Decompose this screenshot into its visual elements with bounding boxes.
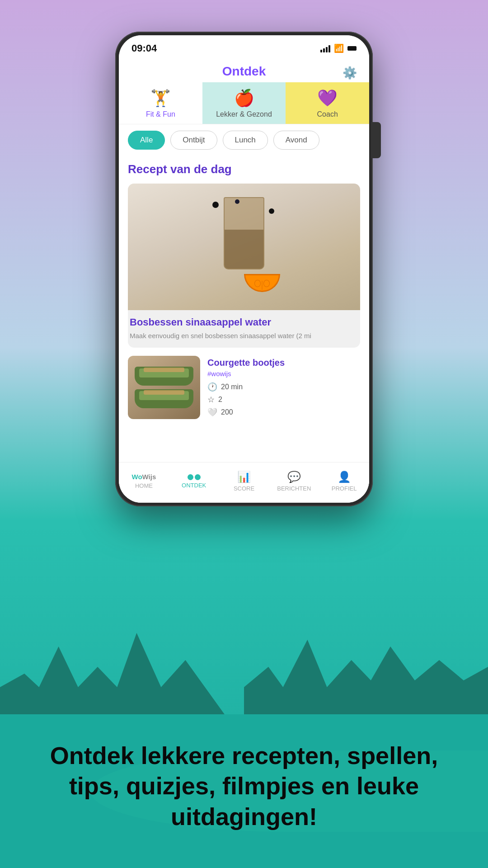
nav-berichten[interactable]: 💬 BERICHTEN bbox=[269, 467, 319, 495]
filter-lunch[interactable]: Lunch bbox=[223, 131, 268, 150]
tab-coach[interactable]: 💜 Coach bbox=[286, 82, 369, 124]
signal-icon bbox=[320, 44, 330, 52]
app-header: Ontdek ⚙️ bbox=[119, 59, 369, 82]
category-tabs: 🏋️ Fit & Fun 🍎 Lekker & Gezond 💜 Coach bbox=[119, 82, 369, 124]
berichten-icon: 💬 bbox=[287, 471, 301, 483]
nav-home-label: HOME bbox=[135, 482, 153, 489]
filter-ontbijt[interactable]: Ontbijt bbox=[170, 131, 217, 150]
clock-icon: 🕐 bbox=[207, 382, 217, 392]
nav-berichten-label: BERICHTEN bbox=[277, 485, 311, 492]
recipe-servings-value: 2 bbox=[218, 396, 222, 404]
nav-home[interactable]: WoWijs HOME bbox=[119, 467, 169, 495]
phone-screen: 09:04 📶 Ontdek bbox=[119, 35, 369, 503]
battery-icon bbox=[347, 46, 357, 51]
tagline-text: Ontdek lekkere recepten, spellen, tips, … bbox=[27, 741, 461, 832]
status-time: 09:04 bbox=[131, 42, 157, 54]
wowijs-logo: WoWijs bbox=[132, 473, 156, 481]
nav-profiel[interactable]: 👤 PROFIEL bbox=[319, 467, 369, 495]
main-recipe-image bbox=[128, 184, 360, 310]
phone-frame: 09:04 📶 Ontdek bbox=[115, 32, 373, 506]
nav-score-label: SCORE bbox=[234, 485, 254, 492]
app-content: Ontdek ⚙️ 🏋️ Fit & Fun 🍎 Lekker & Gezond bbox=[119, 59, 369, 503]
profiel-icon: 👤 bbox=[338, 471, 351, 483]
phone-wrapper: 09:04 📶 Ontdek bbox=[115, 32, 373, 506]
coach-icon: 💜 bbox=[317, 89, 338, 108]
recipe-servings: ☆ 2 bbox=[207, 395, 360, 405]
nav-ontdek-label: ONTDEK bbox=[182, 482, 206, 489]
star-icon: ☆ bbox=[207, 395, 215, 405]
filter-alle[interactable]: Alle bbox=[128, 131, 165, 150]
filter-avond[interactable]: Avond bbox=[273, 131, 319, 150]
bottom-nav: WoWijs HOME ONTDEK 📊 SCORE bbox=[119, 462, 369, 503]
small-recipe-tag: #wowijs bbox=[207, 370, 360, 377]
circles-icon bbox=[188, 474, 201, 480]
tab-fit-fun[interactable]: 🏋️ Fit & Fun bbox=[119, 82, 202, 124]
status-icons: 📶 bbox=[320, 43, 357, 53]
settings-button[interactable]: ⚙️ bbox=[341, 64, 358, 81]
fitfun-label: Fit & Fun bbox=[146, 110, 175, 118]
nav-score[interactable]: 📊 SCORE bbox=[219, 467, 269, 495]
pill-filters: Alle Ontbijt Lunch Avond bbox=[119, 124, 369, 156]
scroll-area: Recept van de dag bbox=[119, 156, 369, 462]
score-icon: 📊 bbox=[237, 471, 251, 483]
lekkergezond-label: Lekker & Gezond bbox=[216, 110, 272, 118]
recipe-likes: 🤍 200 bbox=[207, 407, 360, 417]
tab-lekker-gezond[interactable]: 🍎 Lekker & Gezond bbox=[202, 82, 286, 124]
nav-profiel-label: PROFIEL bbox=[332, 485, 357, 492]
small-recipe-card[interactable]: Courgette bootjes #wowijs 🕐 20 min ☆ 2 bbox=[128, 356, 360, 420]
drink-illustration bbox=[199, 197, 289, 297]
main-recipe-card[interactable]: Bosbessen sinaasappel water Maak eenvoud… bbox=[128, 184, 360, 348]
heart-icon: 🤍 bbox=[207, 407, 217, 417]
bottom-tagline: Ontdek lekkere recepten, spellen, tips, … bbox=[0, 741, 488, 832]
recipe-likes-value: 200 bbox=[221, 408, 233, 416]
recipe-time: 🕐 20 min bbox=[207, 382, 360, 392]
main-recipe-title: Bosbessen sinaasappel water bbox=[130, 310, 358, 331]
nav-ontdek[interactable]: ONTDEK bbox=[169, 467, 219, 495]
recipe-time-value: 20 min bbox=[221, 383, 243, 391]
coach-label: Coach bbox=[317, 110, 338, 118]
camera-bump bbox=[371, 122, 381, 158]
small-recipe-title: Courgette bootjes bbox=[207, 358, 360, 368]
page-title: Ontdek bbox=[222, 64, 266, 79]
fitfun-icon: 🏋️ bbox=[150, 89, 171, 108]
lekkergezond-icon: 🍎 bbox=[234, 89, 254, 108]
main-recipe-desc: Maak eenvoudig en snel bosbessen sinaasa… bbox=[130, 331, 358, 341]
small-recipe-image bbox=[128, 356, 200, 419]
status-bar: 09:04 📶 bbox=[119, 35, 369, 59]
settings-icon: ⚙️ bbox=[343, 66, 357, 80]
small-recipe-info: Courgette bootjes #wowijs 🕐 20 min ☆ 2 bbox=[207, 356, 360, 420]
wifi-icon: 📶 bbox=[334, 43, 344, 53]
section-title: Recept van de dag bbox=[128, 162, 360, 176]
